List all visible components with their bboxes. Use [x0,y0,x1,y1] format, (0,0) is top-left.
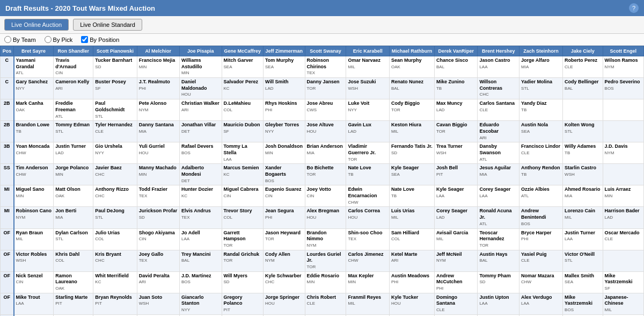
player-cell: Christian WalkerARI [179,99,222,121]
player-name: Ahmed Rosario [565,186,601,193]
player-cell: Jurickson ProfarSD [137,207,179,228]
player-cell: Luis UriasMIL [389,207,434,228]
player-name: Miguel Sano [16,186,52,193]
player-cell: Khris DahlCOL [54,250,93,271]
player-team: MIL [391,215,398,220]
player-name: Avisail Garcia [436,230,475,236]
player-name: Austin Hays [479,252,517,258]
player-cell: Willy AdamesTB [563,142,603,164]
player-cell: Sam HilliardCOL [389,228,434,250]
player-cell: Anthony RendonTB [519,164,563,185]
player-team: TEX [307,70,316,75]
player-cell: Gio UrshelaNYY [93,142,137,164]
player-name: Sean Murphy [391,58,433,64]
player-team: STL [95,215,103,220]
pos-cell: OF [1,293,14,314]
table-row: MIRobinson CanoNYMJon BertiMIAPaul DeJon… [1,207,644,228]
player-name: Tommy La Stella [224,143,262,156]
player-team: BOS [181,279,191,284]
player-name: Andrew Benintendi [521,208,561,220]
player-name: Freddie Freeman [55,100,91,113]
player-team: KC [95,279,101,284]
player-cell: Whit MerrifieldKC [93,271,137,293]
player-cell: Danny SantanaMIA [137,121,179,142]
player-cell: Mike TroutLAA [14,293,54,314]
player-cell: Matt OlsonOAK [54,185,93,207]
player-name: Shin-soo Choo [348,230,387,236]
player-name: Mike Trout [16,295,52,301]
player-team: COL [55,258,64,263]
player-cell: Alex VerdugoLAA [519,293,563,314]
player-name: Juan Soto [139,295,178,301]
player-cell: Mike YastrzemskiSF [603,271,643,293]
player-team: BAL [565,86,573,91]
filter-by-team[interactable]: By Team [4,36,36,43]
player-cell: Fernando Tatis Jr.SD [389,142,434,164]
player-name: Yoan Moncada [16,143,52,150]
filter-by-position[interactable]: By Position [81,36,119,43]
player-team: MIL [436,236,443,241]
player-team: TEX [139,193,148,198]
player-cell: Oscar MercadoCLE [603,228,643,250]
table-row: OFRyan BraunMILDylan CarlsonSTLJulio Uri… [1,228,644,250]
player-cell: Garrett HampsonTOR [222,228,264,250]
player-team: MIA [565,193,572,198]
player-cell: Paul DeJongSTL [93,207,137,228]
player-cell: Eugenio SuarezCIN [264,185,305,207]
player-name: Danny Santana [139,122,178,128]
table-row: OFMike TroutLAAStarling MartePITBryan Re… [1,293,644,314]
player-name: Marcus Semien [224,165,262,171]
player-cell: Teoscar HernandezTOR [478,228,519,250]
player-cell: Ryan BraunMIL [14,228,54,250]
player-name: Willson Contreras [479,79,517,91]
player-cell: Carlos SantanaCLE [478,99,519,121]
player-name: Eugenio Suarez [265,186,303,193]
player-name: Trea Turner [436,143,475,150]
player-name: Willy Adames [565,143,601,150]
player-cell: Bryan ReynoldsPIT [93,293,137,314]
player-name: Javier Baez [95,165,135,171]
player-cell: Juan SotoWSH [137,293,179,314]
player-name: Paul Goldschmidt [95,100,135,113]
player-name: Will Myers [224,273,262,279]
player-team: TOR [307,86,316,91]
player-cell: Randal GrichukTOR [222,250,264,271]
player-team: HOU [307,215,317,220]
tab-live-standard[interactable]: Live Online Standard [73,19,142,31]
player-name: Japanese-Chinese [605,295,642,307]
player-name: Corey Seager [479,186,517,193]
player-name: Shogo Akiyama [139,230,178,236]
player-name: Mauricio Dubon [224,122,262,128]
player-cell: Cameron KellyARI [54,78,93,99]
player-name: Daniel Maldonado [181,79,220,91]
tab-live-auction[interactable]: Live Online Auction [4,19,69,31]
col-header-derek-vanriper: Derek VanRiper [434,46,477,56]
player-cell: Victor RoblesWSH [14,250,54,271]
player-name: Jonathan Villar [181,122,220,128]
player-cell: Ahmed RosarioMIA [563,185,603,207]
player-team: TB [521,107,526,112]
player-name: Williams Astudillo [181,58,220,70]
player-name: Eduardo Escobar [479,122,517,134]
player-name: Miguel Cabrera [224,186,262,193]
player-team: TB [521,172,526,177]
player-cell: Trea TurnerWSH [434,142,477,164]
player-team: LAD [436,215,445,220]
filter-by-pick[interactable]: By Pick [45,36,73,43]
player-name: Starling Marte [55,295,91,301]
player-cell: Justin UptonLAA [478,293,519,314]
help-button[interactable]: ? [629,3,639,13]
player-cell: Jose AbreuCWS [305,99,346,121]
player-team: TB [16,129,21,134]
player-team: CHW [521,279,531,284]
player-name: Mallex Smith [565,273,601,279]
player-team: MIA [55,215,63,220]
player-name: Chance Sisco [436,58,475,64]
draft-table: PosBret SayreRon ShandlerScott Pianowski… [0,46,644,316]
player-team: MIN [605,193,613,198]
player-name: Austin Meadows [391,273,433,279]
pos-cell: OF [1,271,14,293]
player-team: PHI [391,279,398,284]
player-team: HOU [391,301,401,306]
player-cell: Joey GalloTEX [137,250,179,271]
